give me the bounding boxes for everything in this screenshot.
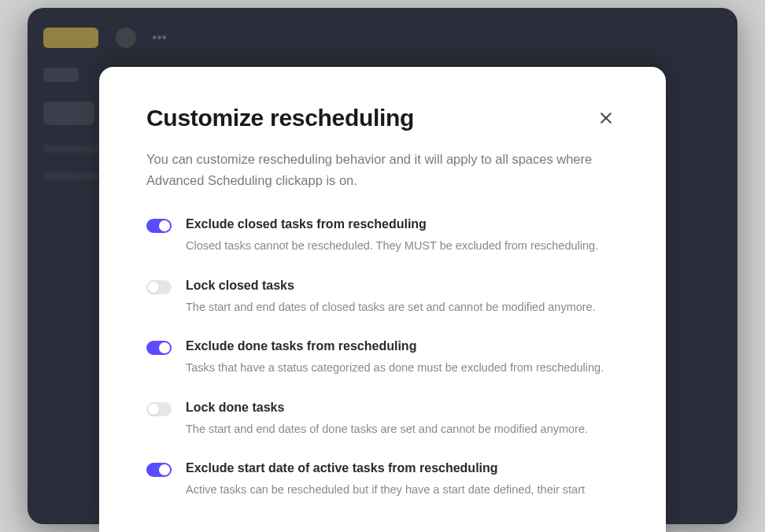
option-description: The start and end dates of done tasks ar… xyxy=(186,420,619,438)
option-text: Exclude closed tasks from rescheduling C… xyxy=(186,217,619,254)
option-description: Tasks that have a status categorized as … xyxy=(186,359,619,376)
modal-description: You can customize rescheduling behavior … xyxy=(146,149,619,190)
option-text: Lock closed tasks The start and end date… xyxy=(186,279,619,316)
option-description: Closed tasks cannot be rescheduled. They… xyxy=(186,237,619,254)
toggle-exclude-closed[interactable] xyxy=(146,219,172,233)
option-lock-closed: Lock closed tasks The start and end date… xyxy=(146,279,619,316)
ellipsis-icon: ••• xyxy=(152,30,167,46)
toggle-exclude-done[interactable] xyxy=(146,341,172,355)
option-text: Exclude start date of active tasks from … xyxy=(186,461,619,498)
highlight-pill xyxy=(43,28,98,48)
option-title: Exclude closed tasks from rescheduling xyxy=(186,217,619,231)
option-text: Lock done tasks The start and end dates … xyxy=(186,401,619,438)
option-exclude-start-active: Exclude start date of active tasks from … xyxy=(146,461,619,498)
toggle-lock-done[interactable] xyxy=(146,402,172,416)
option-title: Exclude start date of active tasks from … xyxy=(186,461,619,475)
toggle-exclude-start-active[interactable] xyxy=(146,463,172,477)
avatar-placeholder xyxy=(116,28,136,48)
toggle-lock-closed[interactable] xyxy=(146,280,172,294)
option-text: Exclude done tasks from rescheduling Tas… xyxy=(186,339,619,376)
option-lock-done: Lock done tasks The start and end dates … xyxy=(146,401,619,438)
rescheduling-modal: Customize rescheduling You can customize… xyxy=(99,67,666,532)
option-description: Active tasks can be rescheduled but if t… xyxy=(186,481,619,498)
close-button[interactable] xyxy=(593,105,619,131)
close-icon xyxy=(598,110,614,126)
modal-header: Customize rescheduling xyxy=(146,105,619,131)
option-description: The start and end dates of closed tasks … xyxy=(186,298,619,316)
option-title: Exclude done tasks from rescheduling xyxy=(186,339,619,353)
option-exclude-done: Exclude done tasks from rescheduling Tas… xyxy=(146,339,619,376)
option-title: Lock closed tasks xyxy=(186,279,619,293)
modal-title: Customize rescheduling xyxy=(146,105,414,131)
option-exclude-closed: Exclude closed tasks from rescheduling C… xyxy=(146,217,619,254)
option-title: Lock done tasks xyxy=(186,401,619,415)
